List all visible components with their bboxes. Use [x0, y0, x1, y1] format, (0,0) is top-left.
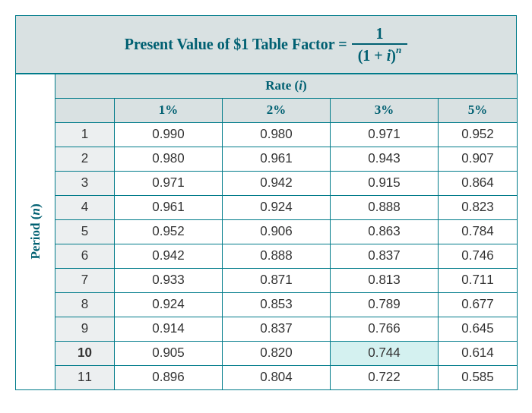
value-cell: 0.863 — [331, 219, 439, 244]
rate-col-header: 3% — [331, 98, 439, 122]
value-cell: 0.980 — [223, 122, 331, 147]
fraction-denominator: (1 + i)n — [352, 43, 408, 64]
period-cell: 3 — [55, 171, 115, 195]
value-cell: 0.971 — [331, 122, 439, 147]
value-cell: 0.784 — [439, 219, 518, 244]
value-cell: 0.804 — [223, 365, 331, 389]
value-cell: 0.915 — [331, 171, 439, 195]
value-cell: 0.789 — [331, 292, 439, 317]
rate-col-header: 1% — [115, 98, 223, 122]
value-cell: 0.914 — [115, 317, 223, 341]
value-cell: 0.722 — [331, 365, 439, 389]
value-cell: 0.614 — [439, 341, 518, 365]
value-cell: 0.823 — [439, 195, 518, 219]
title-text: Present Value of $1 Table Factor = — [125, 36, 347, 53]
value-cell: 0.853 — [223, 292, 331, 317]
value-cell: 0.677 — [439, 292, 518, 317]
value-cell: 0.924 — [223, 195, 331, 219]
value-cell: 0.888 — [331, 195, 439, 219]
value-cell: 0.888 — [223, 244, 331, 268]
value-cell: 0.896 — [115, 365, 223, 389]
value-cell: 0.961 — [223, 147, 331, 171]
corner-blank — [55, 98, 115, 122]
pv-table-grid: Period (n)Rate (i)1%2%3%5%10.9900.9800.9… — [15, 74, 518, 390]
value-cell: 0.905 — [115, 341, 223, 365]
period-cell: 7 — [55, 268, 115, 292]
value-cell: 0.746 — [439, 244, 518, 268]
value-cell: 0.942 — [115, 244, 223, 268]
value-cell: 0.924 — [115, 292, 223, 317]
value-cell: 0.971 — [115, 171, 223, 195]
value-cell: 0.585 — [439, 365, 518, 389]
period-cell: 11 — [55, 365, 115, 389]
rate-col-header: 5% — [439, 98, 518, 122]
pv-table-title-wrap: Present Value of $1 Table Factor = 1 (1 … — [15, 15, 517, 74]
period-cell: 10 — [55, 341, 115, 365]
value-cell: 0.952 — [439, 122, 518, 147]
table-title: Present Value of $1 Table Factor = 1 (1 … — [16, 16, 517, 74]
value-cell: 0.744 — [331, 341, 439, 365]
value-cell: 0.864 — [439, 171, 518, 195]
value-cell: 0.711 — [439, 268, 518, 292]
fraction-numerator: 1 — [369, 25, 389, 43]
period-cell: 5 — [55, 219, 115, 244]
title-fraction: 1 (1 + i)n — [352, 25, 408, 64]
value-cell: 0.906 — [223, 219, 331, 244]
period-cell: 9 — [55, 317, 115, 341]
value-cell: 0.837 — [223, 317, 331, 341]
value-cell: 0.907 — [439, 147, 518, 171]
period-cell: 6 — [55, 244, 115, 268]
value-cell: 0.645 — [439, 317, 518, 341]
value-cell: 0.980 — [115, 147, 223, 171]
value-cell: 0.837 — [331, 244, 439, 268]
value-cell: 0.933 — [115, 268, 223, 292]
value-cell: 0.820 — [223, 341, 331, 365]
value-cell: 0.990 — [115, 122, 223, 147]
value-cell: 0.942 — [223, 171, 331, 195]
period-cell: 4 — [55, 195, 115, 219]
value-cell: 0.766 — [331, 317, 439, 341]
value-cell: 0.952 — [115, 219, 223, 244]
period-axis-label: Period (n) — [16, 74, 55, 389]
rate-col-header: 2% — [223, 98, 331, 122]
value-cell: 0.871 — [223, 268, 331, 292]
period-cell: 1 — [55, 122, 115, 147]
rate-axis-label: Rate (i) — [55, 74, 518, 98]
value-cell: 0.943 — [331, 147, 439, 171]
period-cell: 8 — [55, 292, 115, 317]
value-cell: 0.961 — [115, 195, 223, 219]
period-cell: 2 — [55, 147, 115, 171]
value-cell: 0.813 — [331, 268, 439, 292]
